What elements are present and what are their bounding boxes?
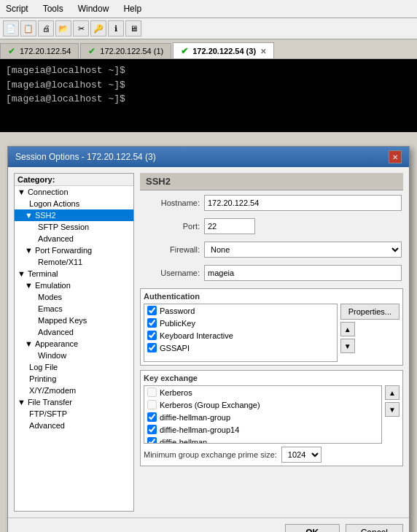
min-group-select[interactable]: 1024 2048 4096 <box>281 447 321 463</box>
tree-item-sftp[interactable]: SFTP Session <box>15 221 133 233</box>
hostname-row: Hostname: <box>140 195 403 211</box>
section-title: SSH2 <box>140 173 403 190</box>
dialog-title: Session Options - 172.20.122.54 (3) <box>15 152 156 162</box>
tab-3-label: 172.20.122.54 (3) <box>192 47 256 55</box>
auth-item-publickey: PublicKey <box>144 317 337 329</box>
tree-item-printing[interactable]: Printing <box>15 373 133 385</box>
tab-2-label: 172.20.122.54 (1) <box>100 47 163 55</box>
tree-item-port-forwarding[interactable]: ▼ Port Forwarding <box>15 244 133 256</box>
tree-item-terminal[interactable]: ▼ Terminal <box>15 268 133 280</box>
tree-item-logon-actions[interactable]: Logon Actions <box>15 198 133 209</box>
dialog-body: Category: ▼ Connection Logon Actions ▼ S… <box>8 167 409 517</box>
tree-expand-sftp <box>34 223 36 231</box>
toolbar-btn-6[interactable]: 🔑 <box>90 20 106 36</box>
auth-label-publickey: PublicKey <box>160 319 195 328</box>
toolbar-btn-4[interactable]: 📂 <box>55 20 71 36</box>
tree-item-emacs[interactable]: Emacs <box>15 303 133 315</box>
auth-item-keyboard: Keyboard Interactive <box>144 329 337 342</box>
dialog-close-button[interactable]: ✕ <box>389 150 402 163</box>
kex-label-kerberos: Kerberos <box>160 388 192 397</box>
tree-item-xyz-modem[interactable]: X/Y/Zmodem <box>15 385 133 396</box>
tree-item-remote-x11[interactable]: Remote/X11 <box>15 256 133 268</box>
kex-item-dh: diffie-hellman <box>144 436 381 444</box>
ok-button[interactable]: OK <box>285 524 340 532</box>
toolbar: 📄 📋 🖨 📂 ✂ 🔑 ℹ 🖥 <box>0 18 417 39</box>
kex-inner: Kerberos Kerberos (Group Exchange) diffi… <box>144 385 400 444</box>
tree-item-advanced-ssh[interactable]: Advanced <box>15 233 133 244</box>
terminal-line-2: [mageia@localhost ~]$ <box>6 78 411 93</box>
toolbar-btn-5[interactable]: ✂ <box>73 20 89 36</box>
kex-checkbox-dh-group14[interactable] <box>147 425 157 434</box>
min-group-label: Minimum group exchange prime size: <box>144 450 277 459</box>
tree-item-modes[interactable]: Modes <box>15 291 133 303</box>
kex-arrows: ▲ ▼ <box>385 385 400 444</box>
hostname-label: Hostname: <box>141 198 200 207</box>
authentication-section: Authentication Password PublicKey <box>140 288 403 366</box>
tab-3-check-icon: ✔ <box>181 46 188 56</box>
tree-item-connection[interactable]: ▼ Connection <box>15 186 133 198</box>
kex-list: Kerberos Kerberos (Group Exchange) diffi… <box>144 385 382 444</box>
terminal-line-3: [mageia@localhost ~]$ <box>6 92 411 107</box>
tree-item-mapped-keys[interactable]: Mapped Keys <box>15 315 133 326</box>
tree-item-emulation[interactable]: ▼ Emulation <box>15 280 133 291</box>
tab-1[interactable]: ✔ 172.20.122.54 <box>0 43 79 58</box>
auth-item-gssapi: GSSAPI <box>144 342 337 354</box>
menu-tools[interactable]: Tools <box>40 2 66 15</box>
category-label: Category: <box>15 174 133 186</box>
toolbar-btn-1[interactable]: 📄 <box>3 20 19 36</box>
tree-expand-logon <box>25 199 27 208</box>
toolbar-btn-8[interactable]: 🖥 <box>125 20 141 36</box>
auth-checkbox-keyboard[interactable] <box>147 331 157 340</box>
auth-checkbox-password[interactable] <box>147 306 157 315</box>
tree-item-window[interactable]: Window <box>15 350 133 361</box>
menu-script[interactable]: Script <box>3 2 31 15</box>
hostname-input[interactable] <box>204 195 402 211</box>
tab-3[interactable]: ✔ 172.20.122.54 (3) ✕ <box>173 42 274 58</box>
port-input[interactable] <box>204 218 255 234</box>
kex-down-button[interactable]: ▼ <box>385 402 400 417</box>
firewall-select[interactable]: None <box>204 242 402 258</box>
kex-checkbox-dh-group[interactable] <box>147 412 157 422</box>
menu-help[interactable]: Help <box>120 2 144 15</box>
kex-up-button[interactable]: ▲ <box>385 385 400 400</box>
toolbar-btn-7[interactable]: ℹ <box>108 20 124 36</box>
tree-item-ftp-sftp[interactable]: FTP/SFTP <box>15 408 133 420</box>
username-label: Username: <box>141 269 200 277</box>
kex-label-dh-group: diffie-hellman-group <box>160 413 230 422</box>
toolbar-btn-2[interactable]: 📋 <box>20 20 36 36</box>
tab-2[interactable]: ✔ 172.20.122.54 (1) <box>80 43 171 58</box>
tree-expand-ssh2: ▼ <box>25 211 33 220</box>
dialog-footer: OK Cancel <box>8 517 409 532</box>
terminal[interactable]: [mageia@localhost ~]$ [mageia@localhost … <box>0 59 417 132</box>
kex-label-kerberos-group: Kerberos (Group Exchange) <box>160 401 260 409</box>
auth-up-button[interactable]: ▲ <box>340 322 355 336</box>
cancel-button[interactable]: Cancel <box>346 524 403 532</box>
menubar: Script Tools Window Help <box>0 0 417 18</box>
tree-item-file-transfer[interactable]: ▼ File Transfer <box>15 396 133 408</box>
auth-label-gssapi: GSSAPI <box>160 344 190 352</box>
tab-3-close-button[interactable]: ✕ <box>260 47 266 55</box>
auth-checkbox-publickey[interactable] <box>147 318 157 328</box>
tree-item-ssh2[interactable]: ▼ SSH2 <box>15 209 133 221</box>
auth-checkbox-gssapi[interactable] <box>147 343 157 352</box>
properties-button[interactable]: Properties... <box>340 304 400 320</box>
auth-list: Password PublicKey Keyboard Interactive <box>144 304 338 362</box>
content-panel: SSH2 Hostname: Port: Firewall: None User… <box>140 173 403 512</box>
kex-checkbox-kerberos-group[interactable] <box>147 400 157 409</box>
tree-expand-connection: ▼ <box>17 188 26 196</box>
kex-label-dh: diffie-hellman <box>160 438 207 444</box>
username-input[interactable] <box>204 265 402 281</box>
kex-checkbox-kerberos[interactable] <box>147 388 157 397</box>
toolbar-btn-3[interactable]: 🖨 <box>38 20 54 36</box>
auth-down-button[interactable]: ▼ <box>340 339 355 353</box>
tree-item-advanced-file[interactable]: Advanced <box>15 420 133 431</box>
tree-item-log-file[interactable]: Log File <box>15 361 133 373</box>
authentication-label: Authentication <box>144 292 400 301</box>
tree-item-advanced-emulation[interactable]: Advanced <box>15 326 133 338</box>
menu-window[interactable]: Window <box>75 2 112 15</box>
kex-checkbox-dh[interactable] <box>147 437 157 444</box>
kex-label-dh-group14: diffie-hellman-group14 <box>160 425 239 434</box>
category-panel: Category: ▼ Connection Logon Actions ▼ S… <box>14 173 134 512</box>
tree-item-appearance[interactable]: ▼ Appearance <box>15 338 133 350</box>
min-group-row: Minimum group exchange prime size: 1024 … <box>144 447 400 463</box>
